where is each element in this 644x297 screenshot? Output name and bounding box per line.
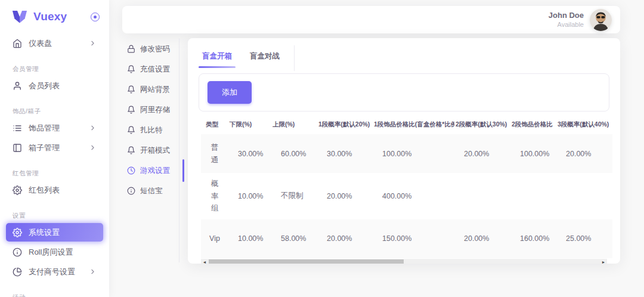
table-row: Vip10.00%58.00%20.00%150.00%20.00%160.00… xyxy=(201,219,612,258)
main-card: 盲盒开箱盲盒对战 添加 类型下限(%)上限(%)1段概率(默认20%)1段饰品价… xyxy=(188,38,620,264)
chevron-right-icon xyxy=(89,124,97,132)
table-cell: 60.00% xyxy=(271,134,317,173)
add-button[interactable]: 添加 xyxy=(208,81,252,104)
table-cell: Vip xyxy=(201,219,228,258)
box-icon xyxy=(13,143,22,153)
sidebar-section-label: 活动 xyxy=(6,293,103,297)
scroll-left-arrow-icon[interactable]: ◄ xyxy=(201,259,208,264)
logo-row: Vuexy xyxy=(0,0,109,29)
user-name: John Doe xyxy=(549,11,584,20)
toolbar-panel: 添加 xyxy=(199,73,609,112)
sidebar-item-link[interactable]: 会员列表 xyxy=(6,76,103,95)
sidebar-item-label: 会员列表 xyxy=(29,81,97,91)
settings-menu-item[interactable]: 阿里存储 xyxy=(127,104,179,116)
settings-menu-item[interactable]: 游戏设置 xyxy=(127,165,179,177)
tabs-row: 盲盒开箱盲盒对战 xyxy=(188,38,620,71)
sidebar-item-link[interactable]: 支付商号设置 xyxy=(6,262,103,281)
settings-menu-item-label: 开箱模式 xyxy=(140,146,170,156)
table-cell: 20.00% xyxy=(454,219,510,258)
table-cell: 30.00% xyxy=(317,134,373,173)
settings-menu-item[interactable]: 开箱模式 xyxy=(127,144,179,156)
scroll-right-arrow-icon[interactable]: ► xyxy=(600,259,607,264)
settings-menu-item[interactable]: 充值设置 xyxy=(127,63,179,75)
brand-name: Vuexy xyxy=(33,10,91,23)
table-cell: 10.00% xyxy=(228,219,271,258)
sidebar-item-label: 饰品管理 xyxy=(29,123,89,134)
table-header-cell: 1段概率(默认20%) xyxy=(317,115,373,134)
table-cell: 20.00% xyxy=(317,173,373,219)
settings-menu-item-label: 游戏设置 xyxy=(140,166,170,176)
sidebar-section-label: 会员管理 xyxy=(6,65,103,73)
sidebar-item-link[interactable]: Roll房间设置 xyxy=(6,243,103,261)
header-bar: John Doe Available xyxy=(122,6,620,33)
table-cell: 普通 xyxy=(201,134,228,173)
user-texts: John Doe Available xyxy=(549,11,584,28)
horizontal-scrollbar[interactable]: ◄ ► xyxy=(201,259,607,264)
table-row: 概率组10.00%不限制20.00%400.00% xyxy=(201,173,612,219)
sidebar-section-label: 红包管理 xyxy=(6,169,103,178)
app-root: Vuexy 仪表盘会员管理会员列表饰品/箱子饰品管理箱子管理红包管理红包列表设置… xyxy=(0,0,644,297)
content-row: 修改密码充值设置网站背景阿里存储扎比特开箱模式游戏设置短信宝 盲盒开箱盲盒对战 … xyxy=(122,38,620,264)
settings-menu-item[interactable]: 扎比特 xyxy=(127,124,179,136)
home-icon xyxy=(13,39,22,48)
table-cell: 58.00% xyxy=(271,219,317,258)
sidebar-item-label: 系统设置 xyxy=(29,227,97,238)
settings-menu-item-label: 充值设置 xyxy=(140,64,170,75)
settings-menu-item-label: 阿里存储 xyxy=(140,105,170,115)
sidebar-item-active[interactable]: 系统设置 xyxy=(6,223,103,242)
table-cell: 10.00% xyxy=(228,173,271,219)
table-cell: 30.00% xyxy=(228,134,271,173)
table-cell: 400.00% xyxy=(373,173,454,219)
sidebar-item-link[interactable]: 红包列表 xyxy=(6,181,103,199)
sidebar-item-link[interactable]: 箱子管理 xyxy=(6,138,103,157)
sidebar-section-label: 饰品/箱子 xyxy=(6,107,103,116)
table-body: 普通30.00%60.00%30.00%100.00%20.00%100.00%… xyxy=(201,134,612,258)
info-icon xyxy=(13,248,22,257)
vuexy-logo-icon xyxy=(12,11,27,23)
settings-menu-item-label: 网站背景 xyxy=(140,85,170,95)
settings-table: 类型下限(%)上限(%)1段概率(默认20%)1段饰品价格比(盲盒价格*比例)2… xyxy=(201,115,612,258)
settings-menu-item[interactable]: 修改密码 xyxy=(127,43,179,55)
table-header-cell: 类型 xyxy=(201,115,228,134)
table-cell: 20.00% xyxy=(454,134,510,173)
sidebar-item-link[interactable]: 仪表盘 xyxy=(6,34,103,52)
chevron-right-icon xyxy=(89,268,97,276)
settings-menu-item[interactable]: 短信宝 xyxy=(127,185,179,197)
table-header-cell: 3段概率(默认40%) xyxy=(556,115,612,134)
sidebar-item-label: 仪表盘 xyxy=(29,38,89,49)
scrollbar-thumb[interactable] xyxy=(209,259,404,264)
tab-active[interactable]: 盲盒开箱 xyxy=(199,45,236,71)
lock-icon xyxy=(127,45,135,53)
user-menu[interactable]: John Doe Available xyxy=(549,9,612,31)
clock-icon xyxy=(127,166,135,175)
settings-table-wrap: 类型下限(%)上限(%)1段概率(默认20%)1段饰品价格比(盲盒价格*比例)2… xyxy=(201,115,607,258)
avatar[interactable] xyxy=(590,9,612,31)
gear-icon xyxy=(13,228,22,237)
table-cell: 20.00% xyxy=(317,219,373,258)
settings-menu-item-label: 修改密码 xyxy=(140,44,170,54)
settings-menu: 修改密码充值设置网站背景阿里存储扎比特开箱模式游戏设置短信宝 xyxy=(122,38,179,262)
table-row: 普通30.00%60.00%30.00%100.00%20.00%100.00%… xyxy=(201,134,612,173)
table-header-cell: 2段饰品价格比 xyxy=(510,115,556,134)
tab-inactive[interactable]: 盲盒对战 xyxy=(246,45,283,71)
table-header-cell: 下限(%) xyxy=(228,115,271,134)
table-header-cell: 1段饰品价格比(盲盒价格*比例) xyxy=(373,115,454,134)
table-cell: 100.00% xyxy=(510,134,556,173)
chevron-right-icon xyxy=(89,39,97,47)
gear-icon xyxy=(13,185,22,195)
main-layout: John Doe Available xyxy=(109,0,644,297)
table-cell: 100.00% xyxy=(373,134,454,173)
bell-icon xyxy=(127,65,135,73)
sidebar-item-link[interactable]: 饰品管理 xyxy=(6,119,103,137)
sidebar-item-label: 红包列表 xyxy=(29,185,97,196)
settings-menu-item-label: 扎比特 xyxy=(140,125,163,135)
bell-icon xyxy=(127,126,135,134)
menu-pin-toggle-icon[interactable] xyxy=(91,13,100,21)
settings-menu-item[interactable]: 网站背景 xyxy=(127,83,179,95)
user-status: Available xyxy=(549,21,584,29)
bell-icon xyxy=(127,106,135,114)
list-icon xyxy=(13,123,22,133)
table-header-cell: 2段概率(默认30%) xyxy=(454,115,510,134)
chevron-right-icon xyxy=(89,144,97,151)
sidebar-item-label: 箱子管理 xyxy=(29,143,89,153)
